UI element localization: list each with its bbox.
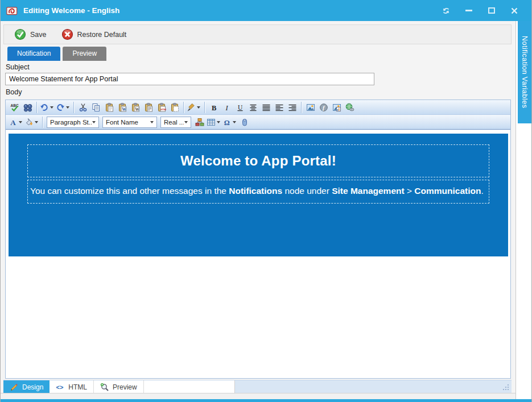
flash-manager-button[interactable]: f — [317, 101, 330, 114]
paste-as-html-button[interactable] — [168, 101, 181, 114]
editor-canvas[interactable]: Welcome to App Portal! You can customize… — [6, 130, 510, 378]
preview-icon — [100, 383, 109, 392]
insert-snippet-button[interactable] — [193, 116, 206, 129]
body-edit-region[interactable]: You can customize this and other message… — [27, 180, 489, 204]
bold-icon: B — [209, 103, 219, 112]
svg-text:U: U — [238, 103, 243, 110]
notification-variables-tab[interactable]: Notification Variables — [518, 21, 531, 123]
undo-icon — [39, 103, 50, 112]
close-button[interactable] — [508, 5, 521, 17]
toolbar-separator — [183, 102, 184, 113]
font-name-select[interactable]: Font Name — [102, 117, 157, 128]
image-manager-button[interactable] — [304, 101, 317, 114]
toolbar-separator — [36, 102, 37, 113]
titlebar: Editing Welcome - English — [1, 0, 532, 21]
font-size-select[interactable]: Real ... — [160, 117, 191, 128]
format-painter-icon — [186, 103, 196, 112]
paragraph-segment: > — [405, 186, 415, 196]
status-strip — [1, 393, 515, 399]
paragraph-bold-segment: Site Management — [332, 186, 404, 196]
maximize-button[interactable] — [485, 5, 498, 17]
save-button[interactable]: Save — [11, 27, 50, 42]
insert-table-button[interactable] — [206, 118, 222, 127]
chevron-down-icon — [184, 121, 188, 123]
paste-plain-text-button[interactable] — [142, 101, 155, 114]
undo-button[interactable] — [39, 103, 55, 112]
underline-button[interactable]: U — [233, 101, 246, 114]
subject-label: Subject — [6, 63, 30, 71]
chevron-down-icon — [197, 106, 200, 109]
paste-from-word-nofont-button[interactable]: W — [129, 101, 142, 114]
spellcheck-button[interactable]: ABC — [8, 101, 21, 114]
foreground-color-icon: A — [8, 118, 18, 127]
format-painter-button[interactable] — [186, 103, 202, 112]
justify-button[interactable] — [259, 101, 273, 114]
svg-text:W: W — [135, 106, 139, 111]
align-right-icon — [287, 103, 298, 112]
background-color-button[interactable] — [24, 118, 40, 127]
align-right-button[interactable] — [286, 101, 299, 114]
save-label: Save — [30, 31, 47, 39]
paste-from-word-icon: W — [117, 103, 127, 112]
heading-edit-region[interactable]: Welcome to App Portal! — [27, 144, 489, 177]
paste-html-icon: HTML — [156, 103, 167, 112]
cut-button[interactable] — [76, 101, 89, 114]
paragraph-segment: node under — [282, 186, 332, 196]
paragraph-style-label: Paragraph St... — [50, 119, 92, 126]
align-left-button[interactable] — [273, 101, 286, 114]
form-element-button[interactable] — [238, 116, 251, 129]
svg-text:W: W — [122, 106, 126, 111]
mode-tab-label: HTML — [68, 383, 87, 391]
toolbar-separator — [301, 102, 302, 113]
chevron-down-icon — [66, 106, 69, 109]
svg-text:A: A — [10, 118, 16, 127]
toolbar-separator — [204, 102, 205, 113]
chevron-down-icon — [50, 106, 53, 109]
image-manager-icon — [306, 103, 316, 112]
restore-default-button[interactable]: Restore Default — [58, 27, 130, 42]
bold-button[interactable]: B — [207, 101, 220, 114]
command-bar: Save Restore Default — [3, 24, 512, 44]
align-center-button[interactable] — [246, 101, 259, 114]
hyperlink-manager-icon — [345, 103, 355, 112]
hyperlink-manager-button[interactable] — [343, 101, 356, 114]
restore-default-label: Restore Default — [77, 31, 127, 39]
chevron-down-icon — [35, 121, 38, 123]
paste-from-word-button[interactable]: W — [116, 101, 129, 114]
window-controls — [439, 5, 527, 17]
resize-grip[interactable] — [501, 383, 510, 392]
redo-button[interactable] — [55, 103, 71, 112]
editing-welcome-dialog: Editing Welcome - English Save Restore D… — [0, 0, 532, 402]
font-name-label: Font Name — [106, 119, 150, 126]
mode-tab-html[interactable]: <>HTML — [50, 380, 94, 393]
tab-notification[interactable]: Notification — [7, 47, 60, 61]
rich-text-editor: ABCWWHTMLBIUf AParagraph St...Font NameR… — [5, 100, 511, 379]
tab-preview[interactable]: Preview — [63, 47, 106, 61]
cut-icon — [78, 103, 88, 112]
paste-button[interactable] — [102, 101, 116, 114]
insert-snippet-icon — [195, 118, 205, 127]
find-button[interactable] — [21, 101, 34, 114]
svg-text:B: B — [212, 103, 216, 111]
svg-text:Ω: Ω — [224, 118, 230, 126]
banner-heading: Welcome to App Portal! — [180, 153, 336, 169]
mode-tab-design[interactable]: Design — [3, 380, 50, 393]
editor-toolbar-row2: AParagraph St...Font NameReal ...Ω — [6, 115, 510, 130]
maximize-icon — [488, 7, 495, 14]
copy-button[interactable] — [89, 101, 102, 114]
paragraph-style-select[interactable]: Paragraph St... — [47, 117, 99, 128]
insert-symbol-icon: Ω — [222, 118, 232, 127]
paste-html-button[interactable]: HTML — [155, 101, 168, 114]
image-map-editor-button[interactable] — [330, 101, 343, 114]
minimize-button[interactable] — [462, 5, 476, 17]
paragraph-segment: You can customize this and other message… — [30, 186, 229, 196]
insert-symbol-button[interactable]: Ω — [222, 118, 238, 127]
foreground-color-button[interactable]: A — [8, 118, 24, 127]
italic-button[interactable]: I — [220, 101, 233, 114]
refresh-button[interactable] — [439, 5, 453, 17]
italic-icon: I — [222, 103, 232, 112]
toolbar-separator — [42, 117, 43, 128]
subject-input[interactable] — [5, 73, 374, 85]
form-element-icon — [240, 118, 250, 127]
mode-tab-preview[interactable]: Preview — [94, 380, 144, 393]
